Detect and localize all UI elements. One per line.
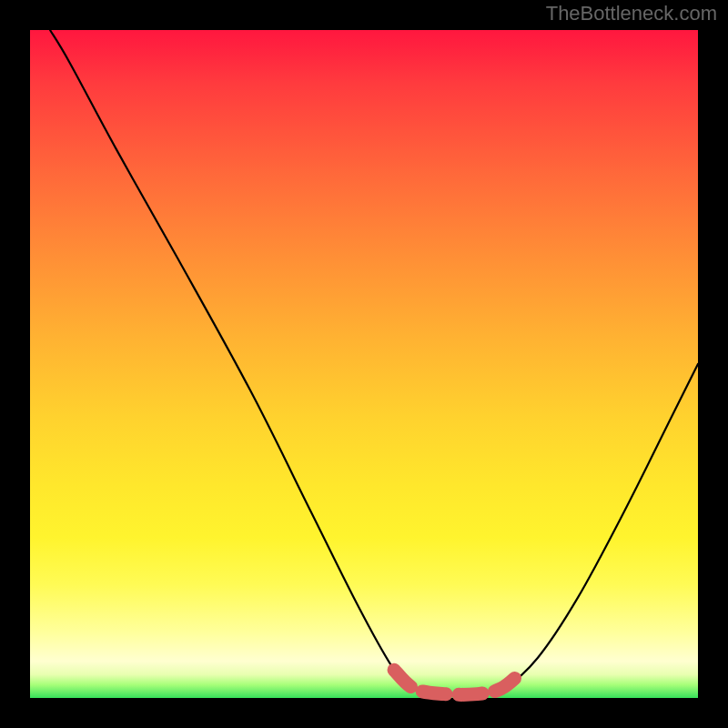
bottom-highlight-path (394, 670, 521, 694)
chart-frame: TheBottleneck.com (0, 0, 728, 728)
chart-svg (30, 30, 698, 698)
plot-area (30, 30, 698, 698)
watermark-text: TheBottleneck.com (546, 2, 717, 25)
bottleneck-curve-path (50, 30, 698, 694)
